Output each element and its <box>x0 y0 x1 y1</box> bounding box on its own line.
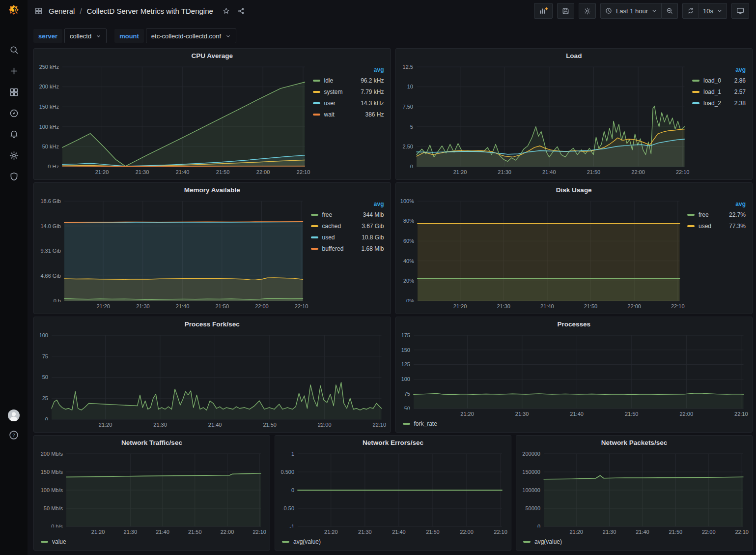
zoom-out-button[interactable] <box>662 3 678 19</box>
variable-server-picker[interactable]: collectd <box>64 29 107 43</box>
grafana-logo[interactable] <box>0 0 28 23</box>
sidebar-profile-button[interactable] <box>5 409 22 422</box>
sidebar-create-button[interactable] <box>5 64 22 77</box>
sidebar-alerting-button[interactable] <box>5 128 22 141</box>
sidebar-admin-button[interactable] <box>5 170 22 183</box>
x-tick-label: 21:30 <box>153 422 167 428</box>
panel-title[interactable]: Network Packets/sec <box>601 439 667 446</box>
legend-label: free <box>699 211 709 218</box>
panel-header[interactable]: CPU Average <box>34 49 391 62</box>
share-icon[interactable] <box>237 7 246 15</box>
x-tick-label: 21:40 <box>540 303 554 309</box>
dashboard-settings-button[interactable] <box>579 3 596 19</box>
chart-plot[interactable]: 200 Mb/s150 Mb/s100 Mb/s50 Mb/s0 b/s <box>37 449 266 527</box>
legend-value: 1.68 Mib <box>361 245 385 252</box>
chart-plot[interactable]: 200000150000100000500000 <box>519 449 748 527</box>
panel-header[interactable]: Network Traffic/sec <box>34 436 270 449</box>
legend-item-idle[interactable]: idle96.2 kHz <box>313 75 386 86</box>
legend-item-load-1[interactable]: load_12.57 <box>692 86 747 97</box>
panel-title[interactable]: CPU Average <box>191 52 233 59</box>
legend-item-cached[interactable]: cached3.67 Gib <box>311 220 386 232</box>
panel-title[interactable]: Network Traffic/sec <box>121 439 182 446</box>
chart-plot[interactable]: 250 kHz200 kHz150 kHz100 kHz50 kHz0 Hz <box>37 62 310 168</box>
sidebar-configuration-button[interactable] <box>5 149 22 162</box>
legend-item-buffered[interactable]: buffered1.68 Mib <box>311 243 386 254</box>
sidebar-help-button[interactable]: ? <box>5 429 22 441</box>
save-dashboard-button[interactable] <box>557 3 574 19</box>
variable-mount-label: mount <box>114 29 144 43</box>
refresh-button[interactable] <box>682 3 699 19</box>
legend-item-load-0[interactable]: load_02.86 <box>692 75 747 86</box>
x-tick-label: 21:50 <box>216 169 230 175</box>
add-panel-button[interactable] <box>534 3 553 19</box>
legend-item-system[interactable]: system7.79 kHz <box>313 86 386 97</box>
x-axis: 21:2021:3021:4021:5022:0022:10 <box>399 409 749 418</box>
legend-item-free[interactable]: free22.7% <box>687 209 747 220</box>
legend-item-user[interactable]: user14.3 kHz <box>313 97 386 109</box>
chevron-down-icon <box>651 8 657 14</box>
panel-title[interactable]: Process Fork/sec <box>185 321 240 328</box>
time-range-button[interactable]: Last 1 hour <box>600 3 662 19</box>
legend-item-wait[interactable]: wait386 Hz <box>313 109 386 120</box>
sidebar-dashboards-button[interactable] <box>5 86 22 98</box>
chart-plot[interactable]: 100%80%60%40%20%0% <box>399 197 685 302</box>
x-tick-label: 21:50 <box>188 529 202 535</box>
chart-svg: 200 Mb/s150 Mb/s100 Mb/s50 Mb/s0 b/s <box>37 449 266 527</box>
dashboard-grid: CPU Average250 kHz200 kHz150 kHz100 kHz5… <box>28 43 756 551</box>
add-panel-icon <box>538 6 548 16</box>
panel-title[interactable]: Load <box>566 52 582 59</box>
panel-title[interactable]: Processes <box>557 321 590 328</box>
chart-plot[interactable]: 10.5000-0.50-1 <box>278 449 507 527</box>
panel-title[interactable]: Network Errors/sec <box>363 439 423 446</box>
refresh-interval-button[interactable]: 10s <box>699 3 727 19</box>
panel-header[interactable]: Network Packets/sec <box>516 436 752 449</box>
series-color-marker <box>313 102 320 104</box>
star-icon[interactable] <box>222 7 230 15</box>
series-color-marker <box>523 541 531 543</box>
gear-icon <box>9 150 19 161</box>
legend-value: 22.7% <box>729 211 747 218</box>
chart-svg: 100%80%60%40%20%0% <box>399 197 685 302</box>
legend-avg-header: avg <box>313 66 386 75</box>
legend-item-load-2[interactable]: load_22.38 <box>692 97 747 109</box>
breadcrumb-folder[interactable]: General <box>49 7 75 15</box>
chart-plot[interactable]: 1007550250 <box>37 331 387 420</box>
panel-header[interactable]: Memory Available <box>34 183 391 197</box>
legend-item-value[interactable]: value <box>41 538 66 545</box>
y-tick-label: 7.50 <box>402 104 413 110</box>
x-axis: 21:2021:3021:4021:5022:0022:10 <box>399 302 685 311</box>
chevron-down-icon <box>96 33 101 39</box>
legend-item-used[interactable]: used77.3% <box>687 220 747 232</box>
cycle-view-mode-button[interactable] <box>731 3 749 19</box>
dashboard-row: Process Fork/sec100755025021:2021:3021:4… <box>33 317 753 433</box>
legend-label: fork_rate <box>414 420 437 427</box>
panel-header[interactable]: Process Fork/sec <box>34 317 391 331</box>
dashboard-title[interactable]: CollectD Server Metrics with TDengine <box>87 7 213 15</box>
y-tick-label: -1 <box>289 524 294 527</box>
legend-item-avg-value[interactable]: avg(value) <box>523 538 562 545</box>
panel-body: 250 kHz200 kHz150 kHz100 kHz50 kHz0 Hz21… <box>34 62 391 179</box>
chart-plot[interactable]: 18.6 Gib14.0 Gib9.31 Gib4.66 Gib0 b <box>37 197 308 302</box>
chart-area: 18.6 Gib14.0 Gib9.31 Gib4.66 Gib0 b21:20… <box>37 197 308 311</box>
legend-item-avg-value[interactable]: avg(value) <box>282 538 321 545</box>
panel-title[interactable]: Memory Available <box>184 186 240 194</box>
legend-item-free[interactable]: free344 Mib <box>311 209 386 220</box>
chart-plot[interactable]: 12.5107.5052.500 <box>399 62 690 168</box>
variable-mount-picker[interactable]: etc-collectd-collectd.conf <box>146 29 236 43</box>
panel-header[interactable]: Network Errors/sec <box>275 436 511 449</box>
chart-plot[interactable]: 1751501251007550 <box>399 331 749 409</box>
legend-item-used[interactable]: used10.8 Gib <box>311 232 386 243</box>
series-area-value <box>66 473 261 526</box>
legend: avgfree344 Mibcached3.67 Gibused10.8 Gib… <box>308 197 387 311</box>
series-color-marker <box>311 248 318 250</box>
legend-item-fork-rate[interactable]: fork_rate <box>403 420 437 427</box>
sidebar-explore-button[interactable] <box>5 107 22 119</box>
panel-header[interactable]: Disk Usage <box>396 183 753 197</box>
sidebar-search-button[interactable] <box>5 43 22 56</box>
panel-header[interactable]: Processes <box>396 317 753 331</box>
panel-title[interactable]: Disk Usage <box>556 186 592 194</box>
series-color-marker <box>313 80 320 82</box>
y-tick-label: 0 <box>45 416 48 420</box>
panel-header[interactable]: Load <box>396 49 753 62</box>
x-tick-label: 22:00 <box>631 169 645 175</box>
